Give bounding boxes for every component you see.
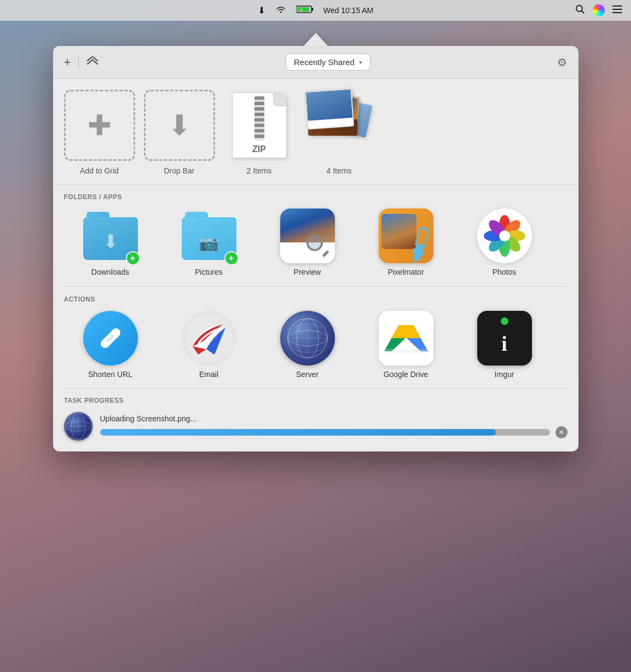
control-center-icon[interactable] [612,5,622,16]
add-to-grid-label: Add to Grid [80,166,119,175]
preview-icon-wrap [280,208,335,263]
svg-rect-2 [311,8,313,11]
zip-icon-wrap: ZIP [224,90,295,161]
folders-apps-section: FOLDERS / APPS ⬇ + Downloads [53,184,578,287]
grid-area: ✚ Add to Grid ⬇ Drop Bar ZIP [53,79,578,184]
svg-point-18 [499,230,510,241]
zip-zipper [254,96,264,140]
imgur-app-icon: i [477,311,532,366]
downloads-label: Downloads [91,268,129,276]
progress-bar-wrap: ✕ [100,426,568,438]
header-divider [78,56,79,68]
pixelmator-icon-wrap: 🖌 [379,208,433,263]
preview-item[interactable]: Preview [261,208,354,276]
server-icon-wrap [280,311,335,366]
magnifier-icon [306,235,331,259]
downloads-arrow-icon: ⬇ [103,230,118,252]
email-label: Email [199,370,218,379]
svg-rect-9 [612,12,622,13]
google-drive-item[interactable]: Google Drive [360,311,453,379]
camera-icon: 📷 [199,233,219,252]
svg-rect-8 [612,9,622,10]
pixelmator-item[interactable]: 🖌 Pixelmator [360,208,453,276]
download-menubar-icon[interactable]: ⬇︎ [258,5,265,16]
email-app-icon [182,311,236,366]
pictures-item[interactable]: 📷 + Pictures [163,208,256,276]
svg-line-6 [582,10,584,13]
add-icon: ✚ [88,109,112,142]
add-button[interactable]: + [64,56,71,68]
folders-apps-header: FOLDERS / APPS [64,193,568,201]
photos-item[interactable]: Photos [458,208,551,276]
battery-icon: ⚡ [296,5,314,16]
spotlight-icon[interactable] [575,4,585,17]
drop-bar-icon: ⬇ [167,109,192,142]
zip-file: ZIP [232,92,287,158]
server-label: Server [296,370,319,379]
email-icon-wrap [182,311,236,366]
downloads-item[interactable]: ⬇ + Downloads [64,208,157,276]
pictures-add-badge: + [224,251,239,265]
shorten-url-app-icon [83,311,138,366]
svg-text:⚡: ⚡ [299,8,304,13]
svg-point-0 [280,11,281,13]
task-progress-header: TASK PROGRESS [64,397,568,404]
progress-bar-bg [100,429,550,436]
task-globe-icon [64,412,92,441]
menubar: ⬇︎ ⚡ Wed 10:15 AM [0,0,631,21]
zip-text: ZIP [252,144,266,154]
photos-label: Photos [493,268,517,276]
actions-grid: Shorten URL [64,311,568,389]
collapse-button[interactable] [86,56,99,68]
progress-bar-fill [100,429,496,436]
imgur-item[interactable]: i Imgur [458,311,551,379]
google-drive-icon-wrap [379,311,433,366]
siri-icon[interactable] [593,4,605,16]
pixelmator-label: Pixelmator [387,268,424,276]
actions-header: ACTIONS [64,296,568,303]
photos-stack-item[interactable]: 4 Items [304,90,375,175]
add-to-grid-item[interactable]: ✚ Add to Grid [64,90,135,175]
google-drive-app-icon [379,311,433,366]
drop-bar-label: Drop Bar [164,166,194,175]
task-row: Uploading Screenshot.png... ✕ [64,412,568,441]
zip-fold [273,93,286,106]
actions-section: ACTIONS [53,287,578,389]
preview-label: Preview [294,268,321,276]
imgur-icon-wrap: i [477,311,532,366]
task-progress-section: TASK PROGRESS Uploading Screenshot.png..… [53,389,578,451]
downloads-add-badge: + [126,251,140,265]
folders-apps-grid: ⬇ + Downloads 📷 + [64,208,568,287]
panel-header: + Recently Shared ▾ ⚙ [53,46,578,79]
pictures-label: Pictures [195,268,223,276]
photo-stack [304,90,375,161]
task-info: Uploading Screenshot.png... ✕ [100,414,568,438]
svg-rect-30 [384,349,428,354]
settings-gear-button[interactable]: ⚙ [557,56,567,69]
svg-rect-7 [612,5,622,7]
zip-item[interactable]: ZIP 2 Items [224,90,295,175]
shorten-url-label: Shorten URL [88,370,132,379]
menubar-time: Wed 10:15 AM [323,6,374,15]
drop-bar-item[interactable]: ⬇ Drop Bar [144,90,215,175]
downloads-icon-wrap: ⬇ + [83,208,138,263]
shorten-url-item[interactable]: Shorten URL [64,311,157,379]
pictures-icon-wrap: 📷 + [182,208,236,263]
preview-app-icon [280,208,335,263]
photo-card-top [304,88,354,130]
add-to-grid-box: ✚ [64,90,135,161]
shorten-url-icon-wrap [83,311,138,366]
drop-bar-box: ⬇ [144,90,215,161]
photos-icon-wrap [477,208,532,263]
task-filename: Uploading Screenshot.png... [100,414,568,423]
server-app-icon [280,311,335,366]
google-drive-label: Google Drive [384,370,429,379]
zip-label: 2 Items [247,166,272,175]
panel-caret [304,33,328,46]
recently-shared-dropdown[interactable]: Recently Shared ▾ [286,54,371,71]
cancel-progress-button[interactable]: ✕ [555,426,568,438]
photos-stack-label: 4 Items [327,166,352,175]
photos-flower-svg [483,214,526,258]
server-item[interactable]: Server [261,311,354,379]
email-item[interactable]: Email [163,311,256,379]
